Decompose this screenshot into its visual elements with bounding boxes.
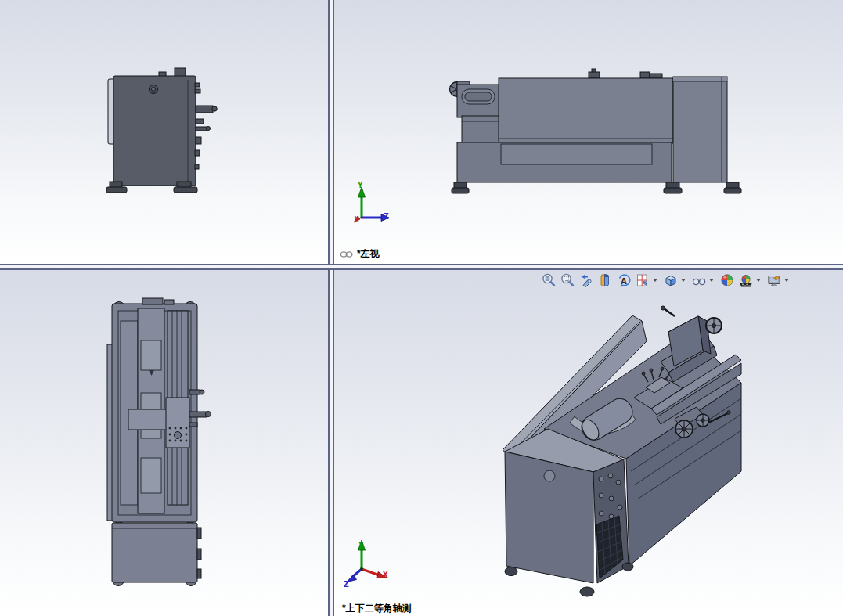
axis-z-label: Z <box>344 580 349 589</box>
view-settings-icon[interactable] <box>765 271 783 289</box>
view-orientation-dropdown-arrow[interactable] <box>653 279 657 282</box>
previous-view-icon[interactable] <box>577 271 595 289</box>
axis-x-label: X <box>383 571 388 579</box>
axis-y-label: Y <box>358 541 364 549</box>
display-style-dropdown-arrow[interactable] <box>681 279 686 282</box>
axis-x-label: X <box>355 216 358 223</box>
apply-scene-icon[interactable] <box>737 271 755 289</box>
horizontal-viewport-splitter[interactable] <box>0 264 843 270</box>
view-name-left: *左视 <box>357 247 380 261</box>
view-settings-dropdown-arrow[interactable] <box>784 279 789 282</box>
view-label-bar: *左视 <box>340 247 380 261</box>
view-label-bar: *上下二等角轴测 <box>342 602 412 615</box>
lathe-left-view-drawing[interactable] <box>446 67 748 196</box>
axis-z-label: Z <box>384 212 389 221</box>
reference-triad <box>344 536 394 588</box>
lathe-isometric-drawing[interactable] <box>501 305 748 607</box>
view-orientation-icon[interactable] <box>633 271 651 289</box>
apply-scene-dropdown-arrow[interactable] <box>756 279 761 282</box>
lathe-top-view-drawing[interactable] <box>102 297 219 591</box>
hide-show-items-dropdown-arrow[interactable] <box>709 279 714 282</box>
vertical-viewport-splitter[interactable] <box>328 0 334 616</box>
chain-link-icon <box>340 250 354 258</box>
heads-up-view-toolbar: A <box>539 271 792 289</box>
hide-show-items-icon[interactable] <box>690 271 708 289</box>
zoom-to-area-icon[interactable] <box>558 271 576 289</box>
view-name-isometric: *上下二等角轴测 <box>342 602 412 615</box>
viewport-bottom-left[interactable] <box>0 270 328 616</box>
lathe-side-view-drawing[interactable] <box>92 63 225 200</box>
axis-y-label: Y <box>358 181 363 189</box>
graphics-area: Y Z X *左视 <box>0 0 843 616</box>
display-style-icon[interactable] <box>661 271 679 289</box>
svg-text:A: A <box>621 276 627 285</box>
viewport-top-left[interactable] <box>0 0 328 264</box>
edit-appearance-icon[interactable] <box>718 271 736 289</box>
zoom-to-fit-icon[interactable] <box>539 271 557 289</box>
section-view-icon[interactable] <box>596 271 614 289</box>
rotate-view-icon[interactable]: A <box>614 271 632 289</box>
viewport-top-right[interactable]: Y Z X *左视 <box>334 0 843 264</box>
viewport-bottom-right[interactable]: A <box>334 270 843 616</box>
